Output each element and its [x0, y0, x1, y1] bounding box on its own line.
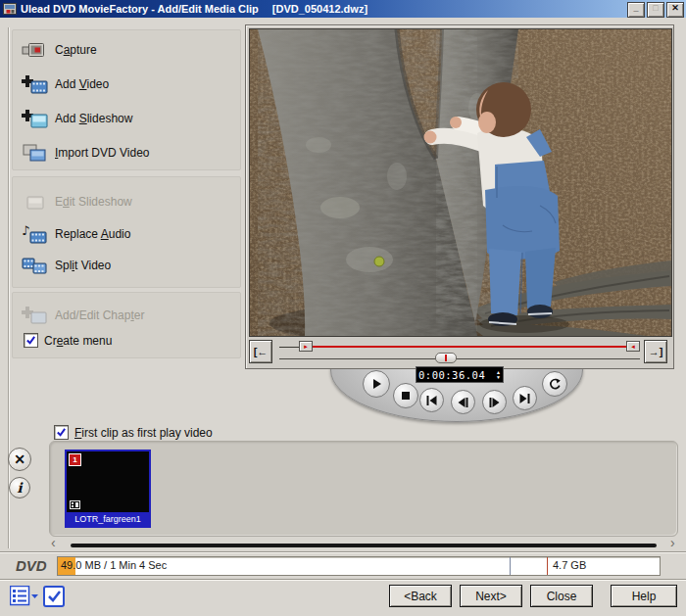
import-dvd-video-icon [22, 142, 48, 164]
previous-frame-button[interactable] [451, 390, 475, 414]
create-menu-checkbox-row[interactable]: Create menu [24, 333, 112, 348]
close-button[interactable]: ✕ [666, 2, 684, 18]
skip-to-start-icon [425, 395, 438, 406]
create-menu-checkbox[interactable] [24, 333, 38, 348]
previous-frame-icon [457, 397, 469, 408]
sidebar-item-label: Add Slideshow [55, 112, 132, 125]
checklist-button[interactable] [43, 586, 65, 610]
add-edit-chapter-icon [22, 305, 48, 326]
sidebar-item-split-video[interactable]: Split Video [22, 253, 111, 278]
trim-bar: [← →] ▸ ◂ [248, 338, 671, 367]
jump-to-start-button[interactable]: [← [249, 340, 272, 363]
svg-text:♪: ♪ [22, 223, 29, 238]
video-clip-type-icon [70, 498, 80, 512]
trim-track-left [279, 347, 301, 348]
next-frame-button[interactable] [482, 390, 507, 414]
document-name: [DVD_050412.dwz] [272, 3, 368, 15]
info-icon: i [17, 481, 22, 495]
play-button[interactable] [363, 370, 390, 398]
sidebar-item-add-edit-chapter: Add/Edit Chapter [22, 303, 144, 328]
skip-to-end-icon [518, 393, 531, 404]
window-title: Ulead DVD MovieFactory - Add/Edit Media … [21, 3, 259, 15]
sidebar-item-capture[interactable]: Capture [22, 37, 97, 63]
sidebar-item-label: Add/Edit Chapter [55, 308, 144, 322]
seek-slider-tick [445, 355, 447, 361]
capture-icon [22, 39, 48, 61]
disc-format-label: DVD [16, 557, 47, 574]
video-preview [249, 28, 672, 337]
spinner-down-icon[interactable]: ▼ [496, 375, 501, 380]
back-button[interactable]: <Back [389, 585, 452, 607]
replace-audio-icon: ♪ [22, 223, 48, 245]
help-button[interactable]: Help [611, 585, 677, 607]
minimize-button[interactable]: _ [627, 2, 645, 18]
create-menu-label: Create menu [44, 334, 112, 348]
strip-scrollbar-thumb[interactable] [71, 544, 657, 547]
seek-track[interactable] [279, 358, 640, 359]
jump-to-end-button[interactable]: →] [644, 340, 667, 363]
stop-icon [400, 390, 412, 402]
disc-capacity-text: 4.7 GB [553, 559, 586, 571]
sidebar-item-add-slideshow[interactable]: Add Slideshow [22, 106, 132, 131]
maximize-button[interactable]: □ [647, 2, 664, 18]
scroll-right-arrow[interactable]: › [670, 536, 675, 549]
play-icon [369, 378, 383, 390]
repeat-button[interactable] [542, 371, 567, 397]
sidebar-item-label: Split Video [55, 259, 111, 272]
timecode: 0:00:36.04 [418, 369, 485, 381]
first-play-checkbox[interactable] [54, 425, 69, 440]
disc-capacity-bar: 49.0 MB / 1 Min 4 Sec 4.7 GB [57, 556, 661, 576]
check-icon [25, 335, 36, 346]
scroll-left-arrow[interactable]: ‹ [51, 536, 56, 549]
go-to-end-button[interactable] [513, 386, 537, 410]
close-dialog-button[interactable]: Close [530, 585, 593, 607]
trim-selected-range [313, 346, 626, 348]
add-slideshow-icon [22, 108, 48, 129]
clip-thumbnail-image: 1 [67, 451, 149, 512]
edit-slideshow-icon [22, 191, 48, 213]
sidebar-item-replace-audio[interactable]: ♪ Replace Audio [22, 221, 130, 247]
next-frame-icon [488, 397, 501, 408]
project-menu-button[interactable] [10, 586, 39, 610]
clip-name-label: LOTR_fargreen1 [67, 512, 149, 526]
next-button[interactable]: Next> [460, 585, 522, 607]
time-display: 0:00:36.04 ▲ ▼ [416, 366, 504, 383]
app-icon [3, 2, 17, 16]
app-window: Ulead DVD MovieFactory - Add/Edit Media … [0, 0, 686, 616]
window-controls: _ □ ✕ [627, 2, 684, 18]
first-play-label: First clip as first play video [74, 426, 213, 440]
repeat-icon [548, 378, 562, 391]
seek-slider[interactable] [435, 353, 457, 363]
divider-above-disc-bar [0, 551, 686, 553]
delete-clip-button[interactable]: ✕ [8, 448, 31, 471]
titlebar: Ulead DVD MovieFactory - Add/Edit Media … [0, 0, 686, 18]
check-icon [56, 427, 67, 438]
clip-properties-button[interactable]: i [9, 477, 30, 498]
disc-marker-tick [510, 557, 511, 575]
mark-in-handle[interactable]: ▸ [299, 341, 313, 352]
first-play-checkbox-row[interactable]: First clip as first play video [54, 425, 213, 440]
disc-capacity-marker [547, 557, 548, 575]
stop-button[interactable] [393, 383, 418, 408]
go-to-start-button[interactable] [419, 388, 444, 412]
split-video-icon [22, 255, 48, 276]
list-menu-icon [10, 586, 39, 607]
sidebar-item-label: Edit Slideshow [55, 195, 132, 209]
disc-used-text: 49.0 MB / 1 Min 4 Sec [61, 559, 167, 571]
sidebar-item-import-dvd-video[interactable]: Import DVD Video [22, 140, 150, 166]
add-video-icon [22, 73, 48, 95]
sidebar-item-edit-slideshow: Edit Slideshow [22, 189, 132, 214]
delete-icon: ✕ [14, 452, 25, 466]
left-groove-divider [8, 27, 10, 548]
video-frame-image [250, 29, 671, 336]
clip-index-badge: 1 [69, 453, 81, 466]
clip-thumbnail[interactable]: 1 LOTR_fargreen1 [65, 450, 151, 528]
sidebar-item-label: Add Video [55, 77, 109, 91]
sidebar-item-label: Replace Audio [55, 227, 130, 241]
sidebar-item-add-video[interactable]: Add Video [22, 71, 109, 97]
checkmark-box-icon [43, 586, 65, 607]
sidebar-item-label: Import DVD Video [55, 146, 150, 160]
divider-above-footer [0, 579, 686, 581]
sidebar-item-label: Capture [55, 43, 97, 57]
mark-out-handle[interactable]: ◂ [626, 341, 640, 352]
